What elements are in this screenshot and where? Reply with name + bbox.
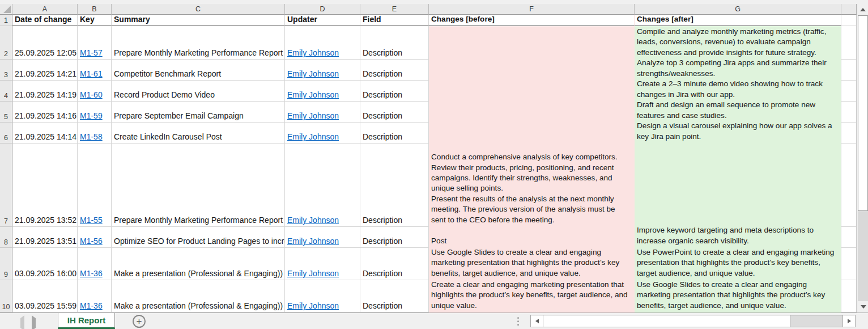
field-header-c[interactable]: Summary <box>112 15 285 26</box>
vertical-scrollbar[interactable] <box>857 4 868 313</box>
field-header-d[interactable]: Updater <box>285 15 360 26</box>
cell-key[interactable]: M1-58 <box>78 123 112 144</box>
cell-date-of-change[interactable]: 25.09.2025 12:05 <box>12 26 78 60</box>
cell-empty[interactable] <box>841 15 857 26</box>
cell-date-of-change[interactable]: 21.09.2025 14:19 <box>12 81 78 102</box>
updater-link[interactable]: Emily Johnson <box>287 48 358 58</box>
row-number[interactable]: 7 <box>0 144 12 227</box>
cell-date-of-change[interactable]: 21.09.2025 13:51 <box>12 227 78 248</box>
cell-key[interactable]: M1-61 <box>78 60 112 81</box>
cell-field[interactable]: Description <box>360 280 429 313</box>
cell-empty[interactable] <box>841 102 857 123</box>
cell-key[interactable]: M1-36 <box>78 248 112 280</box>
row-number[interactable]: 3 <box>0 60 12 81</box>
cell-key[interactable]: M1-59 <box>78 102 112 123</box>
active-sheet-tab[interactable]: IH Report <box>58 313 115 329</box>
cell-summary[interactable]: Prepare Monthly Marketing Performance Re… <box>112 144 285 227</box>
field-header-e[interactable]: Field <box>360 15 429 26</box>
cell-date-of-change[interactable]: 21.09.2025 14:16 <box>12 102 78 123</box>
vertical-scrollbar-track[interactable] <box>858 211 868 301</box>
updater-link[interactable]: Emily Johnson <box>287 132 358 142</box>
cell-empty[interactable] <box>841 26 857 60</box>
cell-field[interactable]: Description <box>360 102 429 123</box>
cell-key[interactable]: M1-57 <box>78 26 112 60</box>
column-header-f[interactable]: F <box>429 4 635 15</box>
cell-changes-before[interactable]: Use Google Slides to create a clear and … <box>429 248 635 280</box>
updater-link[interactable]: Emily Johnson <box>287 301 358 311</box>
cell-changes-after[interactable]: Compile and analyze monthly marketing me… <box>635 26 841 60</box>
cell-updater[interactable]: Emily Johnson <box>285 144 360 227</box>
cell-summary[interactable]: Optimize SEO for Product Landing Pages t… <box>112 227 285 248</box>
cell-changes-before[interactable] <box>429 123 635 144</box>
horizontal-scrollbar[interactable] <box>530 315 856 327</box>
scroll-right-button[interactable] <box>843 315 855 327</box>
cell-key[interactable]: M1-36 <box>78 280 112 313</box>
column-header-e[interactable]: E <box>360 4 429 15</box>
cell-changes-after[interactable]: Improve keyword targeting and meta descr… <box>635 227 841 248</box>
cell-summary[interactable]: Prepare Monthly Marketing Performance Re… <box>112 26 285 60</box>
cell-changes-after[interactable]: Draft and design an email sequence to pr… <box>635 102 841 123</box>
key-link[interactable]: M1-56 <box>80 237 109 246</box>
cell-field[interactable]: Description <box>360 248 429 280</box>
cell-updater[interactable]: Emily Johnson <box>285 81 360 102</box>
cell-changes-before[interactable]: Create a clear and engaging marketing pr… <box>429 280 635 313</box>
cell-updater[interactable]: Emily Johnson <box>285 227 360 248</box>
cell-date-of-change[interactable]: 21.09.2025 14:21 <box>12 60 78 81</box>
cell-empty[interactable] <box>841 280 857 313</box>
key-link[interactable]: M1-36 <box>80 301 109 311</box>
cell-field[interactable]: Description <box>360 144 429 227</box>
cell-summary[interactable]: Record Product Demo Video <box>112 81 285 102</box>
cell-date-of-change[interactable]: 03.09.2025 16:00 <box>12 248 78 280</box>
updater-link[interactable]: Emily Johnson <box>287 269 358 279</box>
cell-changes-before[interactable] <box>429 26 635 60</box>
row-number[interactable]: 5 <box>0 102 12 123</box>
updater-link[interactable]: Emily Johnson <box>287 216 358 225</box>
scrollbar-resize-grip[interactable] <box>517 317 520 326</box>
key-link[interactable]: M1-61 <box>80 69 109 79</box>
field-header-b[interactable]: Key <box>78 15 112 26</box>
column-header-d[interactable]: D <box>285 4 360 15</box>
row-number[interactable]: 9 <box>0 248 12 280</box>
cell-changes-after[interactable]: Design a visual carousel explaining how … <box>635 123 841 144</box>
row-number[interactable]: 6 <box>0 123 12 144</box>
scroll-down-button[interactable] <box>858 301 868 313</box>
scroll-left-button[interactable] <box>531 315 543 327</box>
key-link[interactable]: M1-60 <box>80 90 109 100</box>
cell-summary[interactable]: Prepare September Email Campaign <box>112 102 285 123</box>
updater-link[interactable]: Emily Johnson <box>287 237 358 246</box>
cell-field[interactable]: Description <box>360 227 429 248</box>
cell-changes-after[interactable] <box>635 144 841 227</box>
row-number[interactable]: 2 <box>0 26 12 60</box>
cell-field[interactable]: Description <box>360 123 429 144</box>
field-header-a[interactable]: Date of change <box>12 15 78 26</box>
vertical-scrollbar-thumb[interactable] <box>858 15 868 211</box>
column-header-partial[interactable] <box>841 4 857 15</box>
cell-summary[interactable]: Competitor Benchmark Report <box>112 60 285 81</box>
cell-summary[interactable]: Create LinkedIn Carousel Post <box>112 123 285 144</box>
cell-updater[interactable]: Emily Johnson <box>285 123 360 144</box>
key-link[interactable]: M1-59 <box>80 111 109 121</box>
cell-date-of-change[interactable]: 21.09.2025 13:52 <box>12 144 78 227</box>
cell-changes-before[interactable] <box>429 102 635 123</box>
cell-changes-after[interactable]: Use Google Slides to create a clear and … <box>635 280 841 313</box>
cell-field[interactable]: Description <box>360 60 429 81</box>
cell-changes-before[interactable]: Conduct a comprehensive analysis of key … <box>429 144 635 227</box>
cell-empty[interactable] <box>841 81 857 102</box>
cell-empty[interactable] <box>841 227 857 248</box>
row-number[interactable]: 4 <box>0 81 12 102</box>
cell-empty[interactable] <box>841 60 857 81</box>
key-link[interactable]: M1-57 <box>80 48 109 58</box>
cell-updater[interactable]: Emily Johnson <box>285 26 360 60</box>
cell-changes-before[interactable] <box>429 60 635 81</box>
row-number[interactable]: 8 <box>0 227 12 248</box>
column-header-a[interactable]: A <box>12 4 78 15</box>
cell-empty[interactable] <box>841 144 857 227</box>
key-link[interactable]: M1-55 <box>80 216 109 225</box>
key-link[interactable]: M1-58 <box>80 132 109 142</box>
cell-date-of-change[interactable]: 21.09.2025 14:14 <box>12 123 78 144</box>
cell-key[interactable]: M1-60 <box>78 81 112 102</box>
cell-field[interactable]: Description <box>360 26 429 60</box>
cell-summary[interactable]: Make a presentation (Professional & Enga… <box>112 280 285 313</box>
cell-updater[interactable]: Emily Johnson <box>285 60 360 81</box>
cell-key[interactable]: M1-56 <box>78 227 112 248</box>
